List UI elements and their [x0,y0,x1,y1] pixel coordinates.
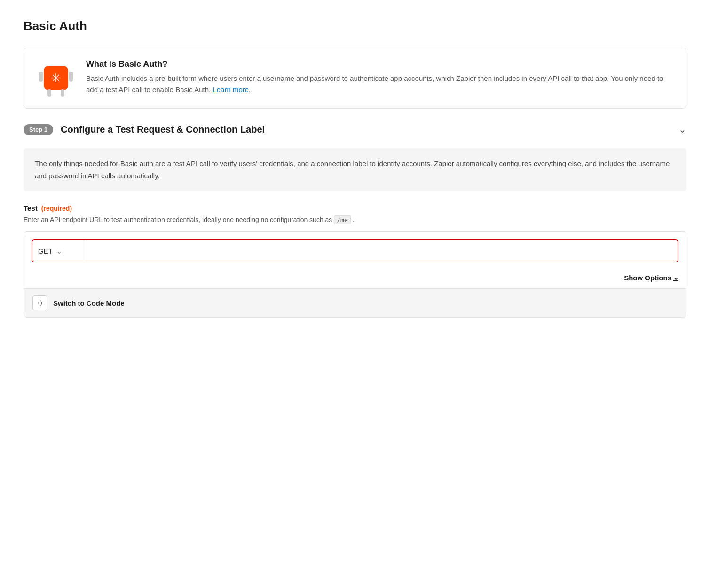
request-input-row: GET ⌄ [32,239,678,262]
test-code-example: /me [334,215,350,224]
info-card-description: Basic Auth includes a pre-built form whe… [86,74,663,94]
info-card-title: What is Basic Auth? [86,59,673,69]
robot-arm-left [39,72,43,82]
test-description-suffix: . [353,216,355,223]
step-description-text: The only things needed for Basic auth ar… [35,158,675,182]
code-mode-label: Switch to Code Mode [53,299,125,307]
robot-snowflake-icon: ✳ [51,72,61,84]
step-header: Step 1 Configure a Test Request & Connec… [24,124,686,141]
test-field-label-row: Test (required) [24,204,686,212]
robot-arm-right [69,72,73,82]
info-card: ✳ What is Basic Auth? Basic Auth include… [24,48,686,109]
test-field-description: Enter an API endpoint URL to test authen… [24,215,686,225]
robot-body: ✳ [44,66,68,90]
method-chevron-icon: ⌄ [56,247,62,255]
info-card-content: What is Basic Auth? Basic Auth includes … [86,59,673,95]
info-card-text: Basic Auth includes a pre-built form whe… [86,73,673,95]
test-description-prefix: Enter an API endpoint URL to test authen… [24,216,332,223]
url-input[interactable] [84,240,678,262]
request-box: GET ⌄ Show Options ⌄ ⟨⟩ Switch to Code M… [24,231,686,318]
zapier-robot-icon: ✳ [37,59,75,97]
test-field-required: (required) [41,205,72,212]
step-description-box: The only things needed for Basic auth ar… [24,148,686,191]
step-title: Configure a Test Request & Connection La… [61,124,671,135]
page-title: Basic Auth [24,19,686,33]
show-options-row: Show Options ⌄ [24,270,686,288]
step-badge: Step 1 [24,124,53,135]
learn-more-link[interactable]: Learn more [213,86,249,94]
code-mode-icon: ⟨⟩ [32,295,47,310]
code-brackets-icon: ⟨⟩ [38,299,42,307]
test-field-label: Test [24,204,38,212]
show-options-label: Show Options [624,274,671,282]
method-label: GET [38,247,53,255]
robot-leg-left [47,89,51,97]
code-mode-row[interactable]: ⟨⟩ Switch to Code Mode [24,288,686,317]
step-chevron-icon[interactable]: ⌄ [678,124,686,135]
show-options-button[interactable]: Show Options ⌄ [624,274,678,282]
method-select[interactable]: GET ⌄ [32,240,84,262]
robot-leg-right [61,89,64,97]
show-options-chevron-icon: ⌄ [673,274,678,281]
